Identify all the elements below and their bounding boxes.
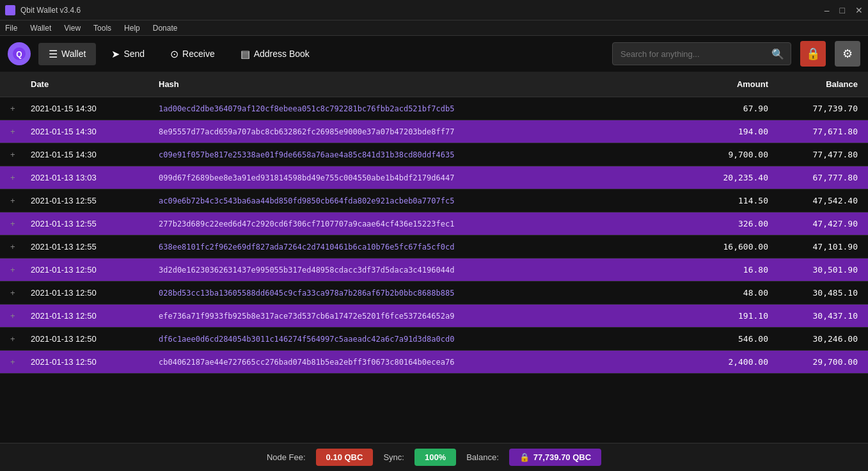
minimize-button[interactable]: – — [825, 5, 830, 15]
table-row[interactable]: +2021-01-13 12:55ac09e6b72b4c3c543ba6aa4… — [0, 189, 868, 212]
row-hash[interactable]: 277b23d689c22eed6d47c2920cd6f306cf710770… — [148, 212, 689, 236]
address-book-icon: ▤ — [241, 48, 250, 60]
col-amount: Amount — [689, 72, 778, 97]
menu-view[interactable]: View — [64, 24, 81, 33]
table-row[interactable]: +2021-01-13 12:50028bd53cc13ba13605588dd… — [0, 282, 868, 305]
row-plus: + — [0, 143, 20, 166]
row-hash[interactable]: ac09e6b72b4c3c543ba6aa44bd850fd9850cb664… — [148, 189, 689, 212]
menu-donate[interactable]: Donate — [153, 24, 178, 33]
row-plus: + — [0, 97, 20, 120]
row-balance: 29,700.00 — [778, 351, 868, 374]
search-input[interactable] — [613, 49, 765, 59]
row-hash[interactable]: 638ee8101fc2f962e69df827ada7264c2d741046… — [148, 236, 689, 259]
row-balance: 77,739.70 — [778, 97, 868, 120]
row-plus: + — [0, 212, 20, 236]
col-date: Date — [20, 72, 148, 97]
row-amount: 194.00 — [689, 120, 778, 143]
row-balance: 47,427.90 — [778, 212, 868, 236]
window-controls: – □ ✕ — [825, 5, 863, 15]
row-amount: 48.00 — [689, 282, 778, 305]
row-hash[interactable]: cb04062187ae44e727665cc276bad074b81b5ea2… — [148, 351, 689, 374]
balance-label: Balance: — [466, 452, 499, 462]
row-plus: + — [0, 236, 20, 259]
transaction-table: Date Hash Amount Balance +2021-01-15 14:… — [0, 72, 868, 374]
balance-value: 77,739.70 QBC — [533, 452, 591, 462]
col-plus — [0, 72, 20, 97]
send-nav-button[interactable]: ➤ Send — [101, 43, 155, 65]
status-bar: Node Fee: 0.10 QBC Sync: 100% Balance: 🔒… — [0, 443, 868, 471]
table-row[interactable]: +2021-01-13 12:50cb04062187ae44e727665cc… — [0, 351, 868, 374]
title-bar-left: Qbit Wallet v3.4.6 — [5, 5, 81, 15]
menu-file[interactable]: File — [5, 24, 17, 33]
app-logo: Q — [8, 42, 31, 65]
row-hash[interactable]: 028bd53cc13ba13605588dd6045c9cfa33ca978a… — [148, 282, 689, 305]
col-hash: Hash — [148, 72, 689, 97]
row-hash[interactable]: c09e91f057be817e25338ae01f9de6658a76aae4… — [148, 143, 689, 166]
balance-button[interactable]: 🔒 77,739.70 QBC — [509, 449, 601, 466]
row-plus: + — [0, 259, 20, 282]
address-book-nav-button[interactable]: ▤ Address Book — [230, 43, 320, 65]
row-balance: 67,777.80 — [778, 166, 868, 189]
row-amount: 16.80 — [689, 259, 778, 282]
row-date: 2021-01-13 12:50 — [20, 351, 148, 374]
close-button[interactable]: ✕ — [855, 5, 863, 15]
row-date: 2021-01-15 14:30 — [20, 97, 148, 120]
menu-wallet[interactable]: Wallet — [30, 24, 51, 33]
search-button[interactable]: 🔍 — [765, 43, 791, 65]
row-hash[interactable]: 1ad00ecd2dbe364079af120cf8ebeea051c8c792… — [148, 97, 689, 120]
row-date: 2021-01-15 14:30 — [20, 143, 148, 166]
table-row[interactable]: +2021-01-13 12:55638ee8101fc2f962e69df82… — [0, 236, 868, 259]
sync-label: Sync: — [383, 452, 404, 462]
menu-bar: File Wallet View Tools Help Donate — [0, 20, 868, 36]
table-row[interactable]: +2021-01-15 14:301ad00ecd2dbe364079af120… — [0, 97, 868, 120]
settings-button[interactable]: ⚙ — [835, 41, 860, 67]
wallet-nav-button[interactable]: ☰ Wallet — [38, 43, 96, 65]
sync-value: 100% — [414, 449, 456, 466]
row-date: 2021-01-13 12:55 — [20, 189, 148, 212]
table-row[interactable]: +2021-01-13 12:50efe736a71f9933fb925b8e3… — [0, 305, 868, 328]
row-balance: 47,542.40 — [778, 189, 868, 212]
row-date: 2021-01-13 13:03 — [20, 166, 148, 189]
main-content: Date Hash Amount Balance +2021-01-15 14:… — [0, 72, 868, 443]
row-balance: 30,246.00 — [778, 328, 868, 351]
receive-nav-button[interactable]: ⊙ Receive — [160, 43, 225, 65]
row-amount: 191.10 — [689, 305, 778, 328]
receive-label: Receive — [182, 49, 215, 59]
row-date: 2021-01-13 12:50 — [20, 328, 148, 351]
send-icon: ➤ — [111, 48, 120, 60]
row-balance: 30,437.10 — [778, 305, 868, 328]
table-row[interactable]: +2021-01-13 12:55277b23d689c22eed6d47c29… — [0, 212, 868, 236]
row-hash[interactable]: efe736a71f9933fb925b8e317ace73d537cb6a17… — [148, 305, 689, 328]
balance-lock-icon: 🔒 — [519, 452, 530, 462]
svg-text:Q: Q — [16, 50, 22, 59]
row-amount: 20,235.40 — [689, 166, 778, 189]
row-hash[interactable]: 3d2d0e16230362631437e995055b317ed48958cd… — [148, 259, 689, 282]
wallet-label: Wallet — [61, 49, 86, 59]
row-plus: + — [0, 189, 20, 212]
lock-button[interactable]: 🔒 — [800, 41, 826, 67]
menu-tools[interactable]: Tools — [93, 24, 111, 33]
transaction-table-container: Date Hash Amount Balance +2021-01-15 14:… — [0, 72, 868, 443]
row-hash[interactable]: 099d67f2689bee8e3a91ed931814598bd49e755c… — [148, 166, 689, 189]
receive-icon: ⊙ — [170, 48, 178, 60]
title-bar: Qbit Wallet v3.4.6 – □ ✕ — [0, 0, 868, 20]
table-row[interactable]: +2021-01-15 14:30c09e91f057be817e25338ae… — [0, 143, 868, 166]
col-balance: Balance — [778, 72, 868, 97]
row-balance: 47,101.90 — [778, 236, 868, 259]
menu-help[interactable]: Help — [124, 24, 140, 33]
row-hash[interactable]: df6c1aee0d6cd284054b3011c146274f564997c5… — [148, 328, 689, 351]
row-amount: 114.50 — [689, 189, 778, 212]
maximize-button[interactable]: □ — [840, 5, 845, 15]
row-amount: 67.90 — [689, 97, 778, 120]
row-date: 2021-01-13 12:55 — [20, 212, 148, 236]
row-plus: + — [0, 351, 20, 374]
row-date: 2021-01-13 12:55 — [20, 236, 148, 259]
table-row[interactable]: +2021-01-13 13:03099d67f2689bee8e3a91ed9… — [0, 166, 868, 189]
table-row[interactable]: +2021-01-13 12:50df6c1aee0d6cd284054b301… — [0, 328, 868, 351]
table-row[interactable]: +2021-01-15 14:308e95557d77acd659a707abc… — [0, 120, 868, 143]
row-plus: + — [0, 282, 20, 305]
row-hash[interactable]: 8e95557d77acd659a707abc8cb632862fc26985e… — [148, 120, 689, 143]
row-balance: 77,477.80 — [778, 143, 868, 166]
table-row[interactable]: +2021-01-13 12:503d2d0e16230362631437e99… — [0, 259, 868, 282]
row-amount: 16,600.00 — [689, 236, 778, 259]
